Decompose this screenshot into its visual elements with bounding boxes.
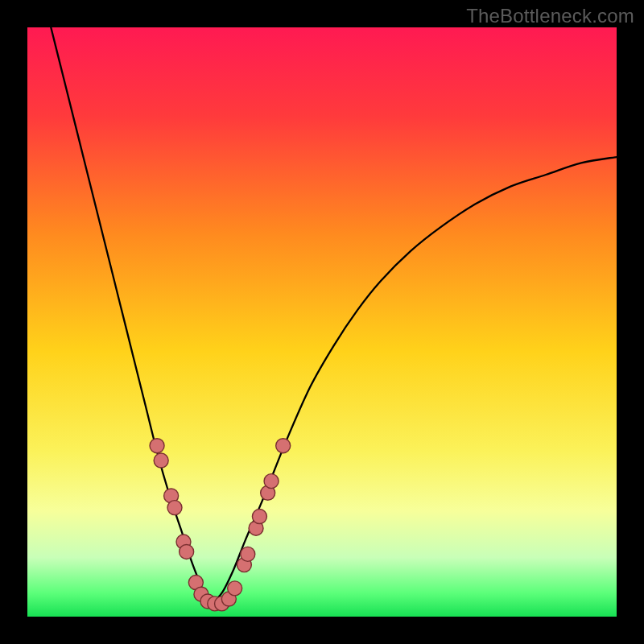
- curve-marker: [180, 544, 194, 559]
- curve-marker: [252, 510, 266, 524]
- right-curve: [210, 157, 617, 605]
- curve-marker: [154, 453, 168, 468]
- curve-marker: [228, 581, 242, 596]
- curve-marker: [276, 439, 291, 453]
- curve-marker: [241, 547, 255, 561]
- curve-marker: [167, 501, 182, 515]
- curve-marker: [150, 439, 164, 453]
- curve-markers: [150, 439, 291, 611]
- curve-marker: [264, 474, 279, 489]
- watermark-text: TheBottleneck.com: [466, 5, 634, 27]
- left-curve: [51, 27, 210, 605]
- bottleneck-chart: [27, 27, 617, 617]
- outer-frame: TheBottleneck.com: [0, 0, 644, 644]
